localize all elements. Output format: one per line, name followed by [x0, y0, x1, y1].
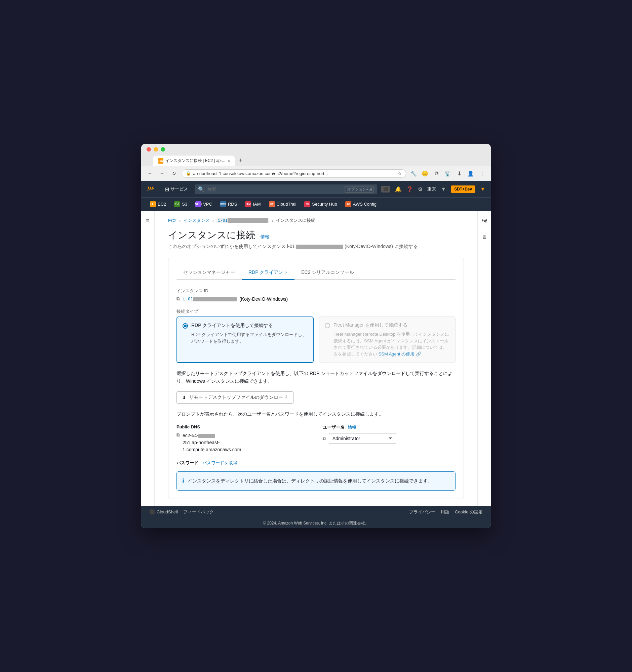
browser-toolbar: ← → ↻ 🔒 ap-northeast-1.console.aws.amazo… [141, 166, 491, 181]
content-area: EC2 › インスタンス › i-01 › インスタンスに接続 インスタンスに接… [155, 211, 477, 506]
cookie-link[interactable]: Cookie の設定 [455, 509, 483, 515]
rdp-option-card[interactable]: RDP クライアントを使用して接続する RDP クライアントで使用するファイルを… [177, 316, 314, 363]
address-bar[interactable]: 🔒 ap-northeast-1.console.aws.amazon.com/… [182, 169, 406, 178]
menu-icon[interactable]: ⋮ [477, 169, 487, 178]
nav-cloudtrail-label: CloudTrail [277, 201, 297, 207]
cast-icon[interactable]: 📡 [443, 169, 452, 178]
username-copy-icon[interactable]: ⧉ [323, 436, 326, 441]
minimize-button[interactable] [154, 147, 158, 151]
help-icon[interactable]: ❓ [406, 186, 413, 193]
service-navbar: EC2 EC2 S3 S3 VPC VPC RDS RDS IAM IAM CT… [141, 197, 491, 211]
connection-tabs: セッションマネージャー RDP クライアント EC2 シリアルコンソール [177, 266, 455, 280]
fleet-radio[interactable] [325, 323, 330, 328]
dns-value: ⧉ ec2-54- 251.ap-northeast- 1.compute.am… [177, 432, 309, 453]
nav-ec2-label: EC2 [158, 201, 166, 207]
bookmark-icon[interactable]: ☆ [398, 171, 402, 176]
terminal-icon[interactable]: ⬛ [381, 186, 390, 193]
username-select[interactable]: Administrator ec2-user [329, 433, 396, 444]
ssl-icon: 🔒 [186, 171, 191, 176]
account-button[interactable]: SDT+Dev [451, 186, 475, 193]
footer-right: プライバシー 用語 Cookie の設定 [409, 509, 483, 515]
services-label: サービス [170, 186, 188, 192]
info-box-text: インスタンスをディレクトリに結合した場合は、ディレクトリの認証情報を使用してイン… [188, 477, 432, 484]
back-button[interactable]: ← [145, 169, 155, 178]
url-text: ap-northeast-1.console.aws.amazon.com/ec… [193, 171, 396, 176]
tab-ec2-serial-console[interactable]: EC2 シリアルコンソール [295, 266, 361, 280]
new-tab-button[interactable]: + [235, 155, 246, 166]
main-area: ≡ EC2 › インスタンス › i-01 › インスタンスに接続 インスタンス… [141, 211, 491, 506]
get-password-link[interactable]: パスワードを取得 [202, 460, 237, 466]
s3-icon: S3 [174, 201, 180, 207]
ssm-agent-link[interactable]: SSM Agent の使用 [378, 352, 415, 357]
browser-controls [146, 147, 486, 151]
right-sidebar-terminal-icon[interactable]: 🖥 [479, 232, 490, 243]
instance-id-link[interactable]: i-01 [183, 296, 237, 302]
rdp-radio[interactable] [183, 323, 188, 329]
feedback-button[interactable]: フィードバック [183, 509, 214, 515]
profile-icon[interactable]: 👤 [466, 169, 475, 178]
reload-button[interactable]: ↻ [169, 169, 179, 178]
dns-section: Public DNS ⧉ ec2-54- 251.ap-northeast- 1… [177, 424, 309, 453]
extension-icon-2[interactable]: 😊 [420, 169, 430, 178]
region-selector[interactable]: 東京 [427, 186, 436, 192]
svg-text:aws: aws [146, 190, 149, 192]
awsconfig-icon: AC [345, 201, 351, 207]
cloudtrail-icon: CT [269, 201, 275, 207]
privacy-link[interactable]: プライバシー [409, 509, 435, 515]
rdp-card-title: RDP クライアントを使用して接続する [191, 322, 273, 329]
forward-button[interactable]: → [157, 169, 167, 178]
active-tab[interactable]: EC2 インスタンスに接続 | EC2 | ap-... × [153, 155, 235, 166]
cloudshell-icon: ⬛ [149, 509, 155, 514]
nav-cloudtrail[interactable]: CT CloudTrail [265, 200, 300, 209]
nav-s3[interactable]: S3 S3 [171, 200, 191, 209]
username-select-row: ⧉ Administrator ec2-user [323, 433, 455, 444]
breadcrumb-instance-id[interactable]: i-01 [216, 218, 269, 223]
footer-left: ⬛ CloudShell フィードバック [149, 509, 214, 515]
nav-rds[interactable]: RDS RDS [217, 200, 240, 209]
connection-type-section: 接続タイプ RDP クライアントを使用して接続する RDP クライアントで使用す… [177, 308, 455, 363]
cloudshell-button[interactable]: ⬛ CloudShell [149, 509, 178, 514]
bell-icon[interactable]: 🔔 [395, 186, 402, 193]
terms-link[interactable]: 用語 [441, 509, 449, 515]
breadcrumb: EC2 › インスタンス › i-01 › インスタンスに接続 [168, 217, 464, 223]
download-rdp-button[interactable]: ⬇ リモートデスクトップファイルのダウンロード [177, 391, 294, 404]
search-bar[interactable]: 🔍 [オプション+S] [195, 185, 377, 194]
instance-id-copy-icon[interactable]: ⧉ [177, 296, 180, 302]
tab-session-manager[interactable]: セッションマネージャー [177, 266, 242, 280]
connection-type-label: 接続タイプ [177, 308, 455, 314]
nav-ec2[interactable]: EC2 EC2 [146, 200, 169, 209]
extension-icon-1[interactable]: 🔧 [409, 169, 418, 178]
aws-navbar: aws ⊞ サービス 🔍 [オプション+S] ⬛ 🔔 ❓ ⚙ 東京 ▼ SDT+… [141, 181, 491, 197]
page-info-link[interactable]: 情報 [260, 234, 269, 239]
right-sidebar-map-icon[interactable]: 🗺 [479, 216, 490, 227]
rdp-card-desc: RDP クライアントで使用するファイルをダウンロードし、パスワードを取得します。 [191, 331, 308, 344]
tab-close-button[interactable]: × [227, 158, 230, 164]
download-icon[interactable]: ⬇ [454, 169, 464, 178]
fleet-option-card[interactable]: Fleet Manager を使用して接続する Fleet Manager Re… [319, 316, 455, 363]
settings-icon[interactable]: ⚙ [418, 186, 423, 193]
username-info-link[interactable]: 情報 [348, 425, 356, 430]
dns-text: ec2-54- 251.ap-northeast- 1.compute.amaz… [183, 432, 241, 453]
nav-awsconfig-label: AWS Config [353, 201, 376, 207]
close-button[interactable] [146, 147, 151, 151]
tab-rdp-client[interactable]: RDP クライアント [242, 266, 295, 280]
breadcrumb-ec2[interactable]: EC2 [168, 218, 177, 223]
connection-type-cards: RDP クライアントを使用して接続する RDP クライアントで使用するファイルを… [177, 316, 455, 363]
fleet-card-desc: Fleet Manager Remote Desktop を使用してインスタンス… [333, 331, 450, 357]
aws-logo: aws [146, 186, 157, 193]
maximize-button[interactable] [161, 147, 165, 151]
breadcrumb-current: インスタンスに接続 [276, 217, 315, 223]
copy-icon[interactable]: ⧉ [431, 169, 441, 178]
search-input[interactable] [207, 187, 342, 192]
nav-iam[interactable]: IAM IAM [242, 200, 264, 209]
dns-copy-icon[interactable]: ⧉ [177, 432, 180, 438]
hamburger-menu[interactable]: ≡ [143, 215, 152, 227]
nav-securityhub[interactable]: SH Security Hub [301, 200, 340, 209]
services-button[interactable]: ⊞ サービス [162, 185, 191, 194]
nav-awsconfig[interactable]: AC AWS Config [342, 200, 380, 209]
breadcrumb-instances[interactable]: インスタンス [184, 217, 210, 223]
nav-rds-label: RDS [228, 201, 237, 207]
aws-footer: ⬛ CloudShell フィードバック プライバシー 用語 Cookie の設… [141, 506, 491, 519]
nav-vpc[interactable]: VPC VPC [192, 200, 215, 209]
credentials-row: Public DNS ⧉ ec2-54- 251.ap-northeast- 1… [177, 424, 455, 453]
